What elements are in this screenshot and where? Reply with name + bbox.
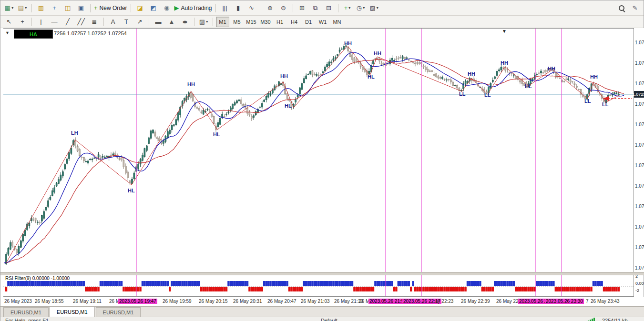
price-tick: 1.0730 — [635, 60, 644, 66]
new-order-button[interactable]: +New Order — [93, 2, 128, 14]
terminal-button[interactable]: ▣ — [75, 2, 87, 14]
toolbar-separator — [131, 4, 131, 12]
price-chart-canvas[interactable] — [3, 29, 634, 272]
timeframe-d1-button[interactable]: D1 — [302, 17, 315, 27]
text-button[interactable]: A — [107, 16, 119, 28]
vertical-line-button[interactable]: | — [35, 16, 47, 28]
time-axis[interactable]: 26 May 202326 May 18:5526 May 19:1126 Ma… — [0, 297, 644, 306]
templates-button[interactable]: ▨▾ — [368, 2, 380, 14]
sounds-button[interactable]: ◉ — [161, 2, 173, 14]
chevron-down-icon[interactable]: ▾ — [11, 6, 13, 10]
fibonacci-button[interactable]: ≣ — [88, 16, 101, 28]
line-view-button[interactable]: ∿ — [245, 2, 258, 14]
arrow-objects-icon: ↗ — [137, 18, 143, 25]
timeframe-m30-button[interactable]: M30 — [259, 17, 272, 27]
metaeditor-icon: ◪ — [137, 4, 143, 11]
vline-time-label: 2023.05.26 21:58 — [368, 299, 408, 304]
chevron-down-icon[interactable]: ▾ — [348, 6, 350, 10]
chevron-down-icon[interactable]: ▾ — [363, 6, 365, 10]
chart-collapse-icon[interactable]: ▼ — [5, 30, 10, 35]
autotrading-icon: ▶ — [174, 4, 179, 11]
crosshair-button[interactable]: + — [16, 16, 29, 28]
rectangle-button[interactable]: ▬ — [152, 16, 164, 28]
vline-time-label: 2023.05.26 2 — [518, 299, 547, 304]
bars-view-button[interactable]: ||| — [219, 2, 231, 14]
horizontal-line-button[interactable]: — — [48, 16, 61, 28]
experts-button[interactable]: ◩ — [147, 2, 160, 14]
ellipse-button[interactable]: ● — [179, 16, 191, 28]
rectangle-icon: ▬ — [155, 18, 162, 25]
mt4-window: ▦▾▤▾▥+◫▣+New Order◪◩◉▶AutoTrading|||▮∿⊕⊖… — [0, 0, 644, 321]
terminal-icon: ▣ — [78, 4, 84, 11]
chevron-down-icon[interactable]: ▾ — [377, 6, 378, 10]
profiles-button[interactable]: ▤▾ — [16, 2, 29, 14]
search-icon — [619, 5, 624, 11]
zoom-in-button[interactable]: ⊕ — [264, 2, 276, 14]
price-axis[interactable]: 1.0725 1.07331.07301.07271.07241.07211.0… — [634, 28, 644, 272]
market-watch-icon: ▥ — [38, 4, 44, 11]
tile-windows-button[interactable]: ⊞ — [296, 2, 308, 14]
chart-tab-0[interactable]: EURUSD,M1 — [3, 307, 49, 317]
timeframe-h1-button[interactable]: H1 — [273, 17, 286, 27]
timeframe-w1-button[interactable]: W1 — [316, 17, 329, 27]
timeframe-mn-button[interactable]: MN — [330, 17, 344, 27]
vline-time-label: 2023.05.26 23:30 — [545, 299, 584, 304]
new-chart-button[interactable]: ▦▾ — [3, 2, 15, 14]
quick-edit-button[interactable]: ✎ — [629, 2, 641, 14]
vline-time-label: 2023.05.26 19:47 — [118, 299, 157, 304]
timeframe-m1-button[interactable]: M1 — [216, 17, 229, 27]
candles-view-icon: ▮ — [236, 4, 240, 11]
metaeditor-button[interactable]: ◪ — [134, 2, 146, 14]
price-tick: 1.0733 — [635, 40, 644, 45]
zoom-out-button[interactable]: ⊖ — [277, 2, 290, 14]
status-help-text: For Help, press F1 — [5, 318, 49, 321]
more-objects-icon: ▨ — [199, 18, 205, 25]
toolbar-separator — [194, 18, 194, 26]
chart-tab-1[interactable]: EURUSD,M1 — [50, 306, 95, 317]
timeframe-toolbar: M1M5M15M30H1H4D1W1MN — [215, 17, 344, 27]
rsi-histogram-canvas — [3, 275, 634, 296]
data-window-button[interactable]: + — [48, 2, 61, 14]
triangle-button[interactable]: ▲ — [165, 16, 178, 28]
timeframe-h4-button[interactable]: H4 — [287, 17, 301, 27]
new-chart-icon: ▦ — [5, 4, 10, 11]
rsi-indicator-label: RSI Filter(9) 0.00000 -1.00000 — [5, 276, 70, 281]
time-tick-label: 26 May 19:59 — [163, 299, 192, 304]
cursor-icon: ↖ — [7, 18, 12, 25]
chart-window[interactable]: ▼ HA 7256 1.07257 1.07252 1.07254 ▼ LHHL… — [3, 28, 634, 272]
panel-splitter[interactable] — [0, 272, 644, 275]
candles-view-button[interactable]: ▮ — [232, 2, 245, 14]
status-profile-name: Default — [321, 318, 337, 321]
navigator-button[interactable]: ◫ — [61, 2, 74, 14]
timeframe-m5-button[interactable]: M5 — [230, 17, 244, 27]
price-tick: 1.0718 — [635, 142, 644, 148]
arrow-objects-button[interactable]: ↗ — [133, 16, 146, 28]
experts-icon: ◩ — [150, 4, 156, 11]
search-button[interactable] — [615, 2, 628, 14]
rsi-indicator-panel[interactable]: RSI Filter(9) 0.00000 -1.00000 — [3, 275, 634, 297]
autotrading-button[interactable]: ▶AutoTrading — [174, 2, 213, 14]
time-tick-label: 26 May 20:15 — [199, 299, 228, 304]
time-tick-label: 26 May 2023 — [4, 299, 32, 304]
periods-button[interactable]: ◷▾ — [355, 2, 367, 14]
cursor-button[interactable]: ↖ — [3, 16, 15, 28]
trendline-button[interactable]: ╱ — [61, 16, 74, 28]
cascade-windows-button[interactable]: ⧉ — [309, 2, 322, 14]
channel-button[interactable]: ╱╱ — [75, 16, 87, 28]
time-tick-label: 26 May 22:39 — [461, 299, 490, 304]
text-label-button[interactable]: T — [120, 16, 133, 28]
chevron-down-icon[interactable]: ▾ — [25, 6, 27, 10]
market-watch-button[interactable]: ▥ — [35, 2, 47, 14]
bars-view-icon: ||| — [222, 4, 227, 11]
profiles-icon: ▤ — [18, 4, 24, 11]
arrange-windows-button[interactable]: ⊟ — [323, 2, 335, 14]
periods-icon: ◷ — [357, 4, 362, 11]
indicators-button[interactable]: +▾ — [341, 2, 354, 14]
more-objects-button[interactable]: ▨▾ — [197, 16, 210, 28]
chart-tab-2[interactable]: EURUSD,M1 — [96, 307, 141, 317]
price-tick: 1.0715 — [635, 163, 644, 168]
chart-marker-icon: ▼ — [502, 29, 507, 34]
toolbar-separator — [338, 4, 338, 12]
chevron-down-icon[interactable]: ▾ — [206, 20, 208, 24]
timeframe-m15-button[interactable]: M15 — [245, 17, 258, 27]
